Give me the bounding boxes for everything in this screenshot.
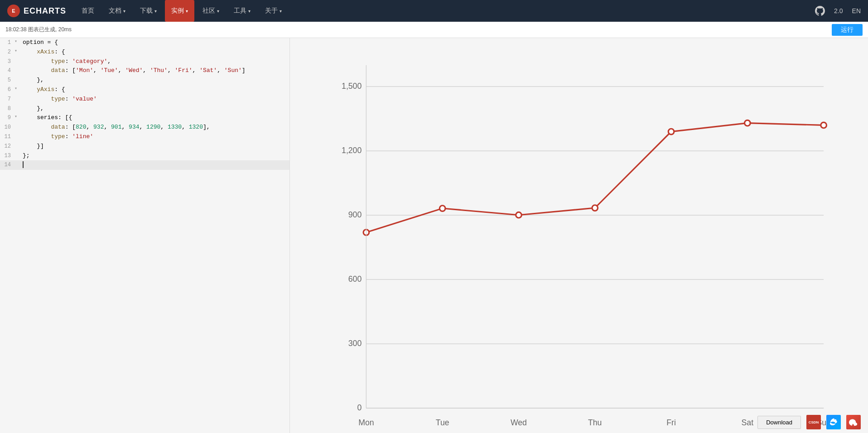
line-number: 3 [0,57,14,66]
code-line: 8 }, [0,104,289,114]
fold-button[interactable]: ▾ [14,113,21,120]
code-content[interactable]: type: 'category', [21,57,289,67]
nav-examples[interactable]: 实例 ▾ [165,0,194,22]
code-line: 11 type: 'line' [0,132,289,142]
chevron-down-icon: ▾ [217,9,219,14]
line-number: 6 [0,85,14,94]
code-content[interactable]: }; [21,151,289,161]
chart-panel: 03006009001,2001,500MonTueWedThuFriSatSu… [290,38,868,433]
bottom-bar: Download CSDN [290,411,868,433]
chart-svg: 03006009001,2001,500MonTueWedThuFriSatSu… [326,47,841,433]
line-number: 4 [0,66,14,75]
nav-home[interactable]: 首页 [75,0,101,22]
line-number: 11 [0,132,14,141]
nav-tools[interactable]: 工具 ▾ [227,0,257,22]
main-layout: 1 ▾ option = { 2 ▾ xAxis: { 3 type: 'cat… [0,38,868,433]
svg-point-22 [592,205,598,211]
code-content[interactable]: }, [21,104,289,114]
code-content[interactable]: }] [21,142,289,151]
navbar: E ECHARTS 首页 文档 ▾ 下载 ▾ 实例 ▾ 社区 ▾ 工具 ▾ 关于… [0,0,868,22]
fold-button[interactable]: ▾ [14,48,21,55]
nav-about[interactable]: 关于 ▾ [259,0,288,22]
svg-text:300: 300 [348,339,362,348]
run-button[interactable]: 运行 [832,24,863,36]
code-content[interactable] [21,160,289,170]
code-content[interactable]: data: [820, 932, 901, 934, 1290, 1330, 1… [21,123,289,132]
code-line: 13 }; [0,151,289,161]
line-number: 7 [0,95,14,104]
svg-text:1,500: 1,500 [342,82,362,91]
code-line: 2 ▾ xAxis: { [0,48,289,57]
chevron-down-icon: ▾ [186,9,188,14]
line-number: 2 [0,48,14,57]
code-line: 7 type: 'value' [0,95,289,104]
line-number: 1 [0,38,14,47]
code-line: 1 ▾ option = { [0,38,289,48]
logo-icon: E [7,5,20,17]
line-number: 8 [0,104,14,113]
code-line: 5 }, [0,76,289,85]
download-button[interactable]: Download [757,416,801,429]
chevron-down-icon: ▾ [280,9,282,14]
toolbar-status: 18:02:38 图表已生成, 20ms [5,26,72,34]
code-content[interactable]: xAxis: { [21,48,289,57]
svg-point-21 [516,212,522,218]
github-icon[interactable] [815,6,825,16]
code-line: 4 data: ['Mon', 'Tue', 'Wed', 'Thu', 'Fr… [0,66,289,76]
brand-name: ECHARTS [24,6,66,16]
code-line: 12 }] [0,142,289,151]
lang-label[interactable]: EN [852,7,861,14]
code-editor[interactable]: 1 ▾ option = { 2 ▾ xAxis: { 3 type: 'cat… [0,38,290,433]
code-content[interactable]: option = { [21,38,289,48]
line-number: 10 [0,123,14,132]
line-number: 13 [0,151,14,160]
svg-text:900: 900 [348,210,362,219]
svg-point-24 [745,120,751,126]
weibo-icon[interactable] [826,415,841,429]
line-number: 9 [0,113,14,122]
nav-download[interactable]: 下载 ▾ [134,0,163,22]
code-content[interactable]: type: 'line' [21,132,289,142]
code-line: 6 ▾ yAxis: { [0,85,289,95]
csdn-icon[interactable]: CSDN [806,415,821,429]
brand: E ECHARTS [7,5,66,17]
svg-point-25 [821,122,827,128]
code-line: 14 [0,160,289,170]
chevron-down-icon: ▾ [123,9,125,14]
code-content[interactable]: }, [21,76,289,85]
code-line: 9 ▾ series: [{ [0,113,289,123]
nav-community[interactable]: 社区 ▾ [196,0,226,22]
code-content[interactable]: yAxis: { [21,85,289,95]
svg-text:600: 600 [348,274,362,284]
code-content[interactable]: type: 'value' [21,95,289,104]
svg-point-20 [439,206,445,212]
fold-button[interactable]: ▾ [14,38,21,45]
code-content[interactable]: series: [{ [21,113,289,123]
svg-point-23 [668,129,674,135]
chevron-down-icon: ▾ [248,9,251,14]
line-number: 12 [0,142,14,151]
version-label: 2.0 [834,7,843,14]
chart-area: 03006009001,2001,500MonTueWedThuFriSatSu… [290,38,868,433]
fold-button[interactable]: ▾ [14,85,21,92]
toolbar: 18:02:38 图表已生成, 20ms 运行 [0,22,868,38]
code-content[interactable]: data: ['Mon', 'Tue', 'Wed', 'Thu', 'Fri'… [21,66,289,76]
navbar-right: 2.0 EN [815,6,861,16]
line-number: 5 [0,76,14,85]
nav-docs[interactable]: 文档 ▾ [102,0,132,22]
chevron-down-icon: ▾ [154,9,157,14]
line-number: 14 [0,160,14,169]
code-line: 10 data: [820, 932, 901, 934, 1290, 1330… [0,123,289,132]
weixin-icon[interactable] [846,415,861,429]
svg-text:1,200: 1,200 [342,146,362,155]
code-line: 3 type: 'category', [0,57,289,67]
